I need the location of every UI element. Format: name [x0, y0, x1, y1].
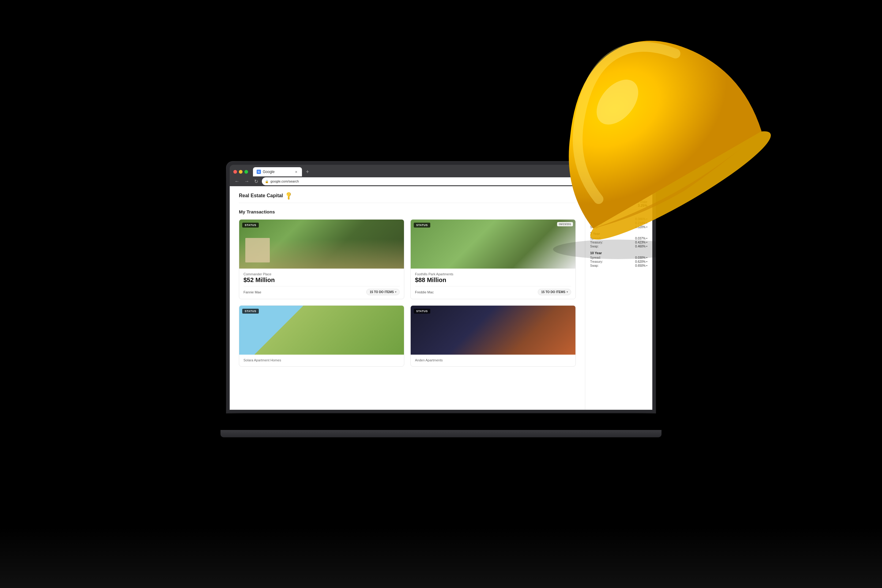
- todo-badge-2[interactable]: 15 TO DO ITEMS ▾: [538, 289, 571, 295]
- seven-year-swap-value: 0.460% ▾: [635, 245, 647, 248]
- five-year-swap-row: Swap: 0.320% ▾: [590, 225, 647, 229]
- property-image-3: STATUS: [239, 306, 404, 355]
- property-image-2: STATUS 09/23/201: [411, 220, 576, 268]
- seven-year-treasury-value: 0.423% ▾: [635, 241, 647, 244]
- tab-favicon: G: [256, 170, 261, 174]
- market-rates-panel: Market R ▾ LIBOR 1 Month 0.15475% Prime …: [585, 186, 652, 410]
- lock-icon: 🔒: [265, 180, 268, 183]
- new-tab-button[interactable]: +: [303, 168, 312, 176]
- transaction-card-4[interactable]: STATUS Anden Apartments: [410, 305, 576, 367]
- browser-toolbar: ← → ↻ 🔒 google.com/search: [233, 176, 649, 186]
- close-button[interactable]: [233, 170, 237, 174]
- card-info-2: Foothills Park Apartments $88 Million Fr…: [411, 268, 576, 299]
- ten-year-swap-value: 0.650% ▾: [635, 264, 647, 267]
- seven-year-section: 7 Year Spread: 0.037% ▾ Treasury:: [590, 232, 647, 248]
- browser-chrome: G Google ✕ + ← → ↻ 🔒 google.com/search: [230, 165, 652, 186]
- card-footer-1: Fannie Mae 15 TO DO ITEMS ▾: [243, 286, 400, 295]
- browser-tab[interactable]: G Google ✕: [253, 167, 302, 176]
- transactions-grid: STATUS Commander Place $52 Million Fanni…: [239, 219, 576, 367]
- transaction-card-1[interactable]: STATUS Commander Place $52 Million Fanni…: [239, 219, 404, 299]
- seven-year-swap-label: Swap:: [590, 245, 599, 248]
- property-value-2: $88 Million: [415, 276, 571, 284]
- seven-year-spread-value: 0.037% ▾: [635, 237, 647, 240]
- five-year-spread-value: 0.086% ▾: [635, 218, 647, 221]
- todo-badge-1[interactable]: 15 TO DO ITEMS ▾: [366, 289, 400, 295]
- refresh-button[interactable]: ↻: [253, 178, 260, 185]
- five-year-spread-label: Spread:: [590, 218, 601, 221]
- section-title: My Transactions: [239, 209, 576, 214]
- transaction-card-2[interactable]: STATUS 09/23/201 Foothills Park Apartmen…: [410, 219, 576, 299]
- property-image-4: STATUS: [411, 306, 576, 355]
- panel-chevron[interactable]: ▾: [646, 191, 647, 196]
- svg-point-1: [588, 72, 646, 132]
- libor-prime-row: LIBOR 1 Month 0.15475% Prime Rate 3.25%: [590, 200, 647, 210]
- property-name-3: Solara Apartment Homes: [243, 358, 400, 362]
- status-badge-4: STATUS: [414, 309, 430, 314]
- property-name-1: Commander Place: [243, 272, 400, 276]
- prime-label: Prime Rate: [631, 200, 647, 204]
- transaction-card-3[interactable]: STATUS Solara Apartment Homes: [239, 305, 404, 367]
- seven-year-spread-label: Spread:: [590, 237, 601, 240]
- property-value-1: $52 Million: [243, 276, 400, 284]
- seven-year-treasury-label: Treasury:: [590, 241, 603, 244]
- swap-arrow: ▾: [646, 226, 647, 228]
- tab-label: Google: [263, 170, 275, 174]
- seven-year-treasury-row: Treasury: 0.423% ▾: [590, 241, 647, 244]
- market-panel-header: Market R ▾: [590, 191, 647, 196]
- maximize-button[interactable]: [244, 170, 248, 174]
- ten-year-section: 10 Year Spread: 0.030% ▾ Treasury:: [590, 251, 647, 267]
- todo-chevron-2: ▾: [567, 291, 568, 293]
- ten-year-title: 10 Year: [590, 251, 647, 255]
- card-info-1: Commander Place $52 Million Fannie Mae 1…: [239, 268, 404, 299]
- scene: G Google ✕ + ← → ↻ 🔒 google.com/search: [0, 0, 882, 588]
- ten-year-treasury-label: Treasury:: [590, 260, 603, 263]
- table-reflection: [0, 527, 882, 588]
- property-name-2: Foothills Park Apartments: [415, 272, 571, 276]
- prime-value: 3.25%: [631, 204, 647, 207]
- brand-name: Real Estate Capital: [239, 193, 283, 198]
- five-year-treasury-value: 0.234% ▾: [635, 221, 647, 225]
- ten-year-spread-row: Spread: 0.030% ▾: [590, 256, 647, 260]
- seven-year-spread-row: Spread: 0.037% ▾: [590, 237, 647, 240]
- five-year-treasury-label: Treasury:: [590, 221, 603, 225]
- ten-year-swap-label: Swap:: [590, 264, 599, 267]
- libor-label: LIBOR 1 Month: [590, 200, 614, 204]
- seven-year-title: 7 Year: [590, 232, 647, 236]
- market-panel-title: Market R: [590, 191, 607, 196]
- card-info-3: Solara Apartment Homes: [239, 355, 404, 366]
- address-bar[interactable]: 🔒 google.com/search: [262, 177, 649, 185]
- ten-year-swap-row: Swap: 0.650% ▾: [590, 264, 647, 267]
- five-year-title: 5 Year: [590, 213, 647, 216]
- brand-header: Real Estate Capital 🔑: [239, 192, 576, 203]
- ten-year-treasury-row: Treasury: 0.620% ▾: [590, 260, 647, 263]
- tab-close-button[interactable]: ✕: [294, 170, 298, 174]
- five-year-swap-label: Swap:: [590, 225, 599, 229]
- browser-content: Real Estate Capital 🔑 My Transactions ST…: [230, 186, 652, 410]
- treasury-arrow: ▾: [646, 222, 647, 225]
- laptop-base: [220, 430, 662, 437]
- status-badge-1: STATUS: [242, 223, 259, 228]
- key-icon: 🔑: [284, 191, 294, 200]
- todo-label-1: 15 TO DO ITEMS: [370, 290, 394, 294]
- five-year-section: 5 Year Spread: 0.086% ▾ Treasury:: [590, 213, 647, 229]
- date-chip-2: 09/23/201: [557, 222, 573, 226]
- traffic-lights: [233, 170, 248, 174]
- ten-year-spread-label: Spread:: [590, 256, 601, 260]
- libor-value: 0.15475%: [590, 204, 614, 207]
- property-name-4: Anden Apartments: [415, 358, 571, 362]
- forward-button[interactable]: →: [243, 178, 250, 184]
- five-year-spread-row: Spread: 0.086% ▾: [590, 218, 647, 221]
- card-footer-2: Freddie Mac 15 TO DO ITEMS ▾: [415, 286, 571, 295]
- minimize-button[interactable]: [239, 170, 243, 174]
- url-text: google.com/search: [270, 180, 299, 183]
- back-button[interactable]: ←: [233, 178, 241, 184]
- property-image-1: STATUS: [239, 220, 404, 268]
- card-info-4: Anden Apartments: [411, 355, 576, 366]
- laptop: G Google ✕ + ← → ↻ 🔒 google.com/search: [226, 162, 656, 437]
- ten-year-spread-value: 0.030% ▾: [635, 256, 647, 260]
- spread-arrow: ▾: [646, 218, 647, 220]
- lender-2: Freddie Mac: [415, 290, 434, 294]
- five-year-swap-value: 0.320% ▾: [635, 225, 647, 229]
- status-badge-3: STATUS: [242, 309, 259, 314]
- screen-bezel: G Google ✕ + ← → ↻ 🔒 google.com/search: [230, 165, 652, 410]
